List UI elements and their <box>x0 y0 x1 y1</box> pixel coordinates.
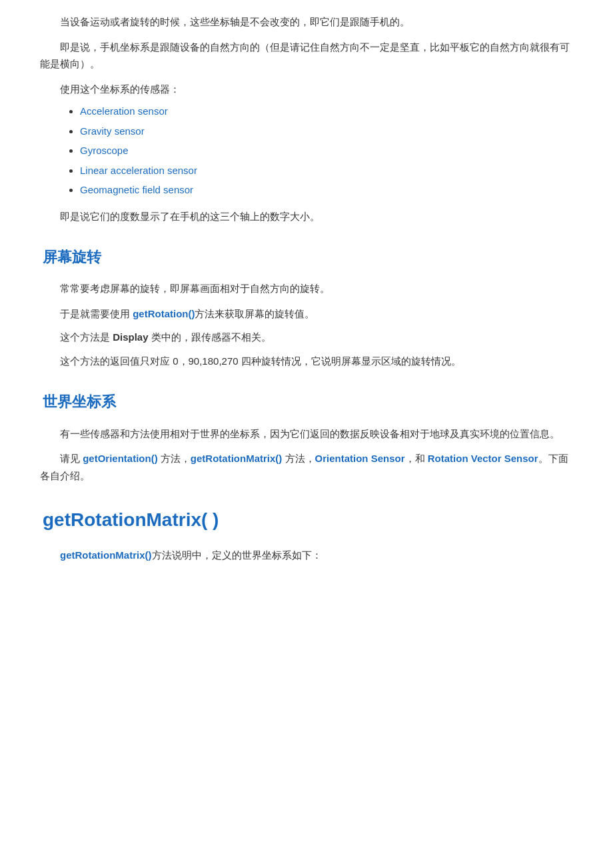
get-rotation-matrix-method[interactable]: getRotationMatrix() <box>60 549 152 561</box>
get-rotation-link[interactable]: getRotation() <box>133 308 195 319</box>
get-rotation-matrix-para1: getRotationMatrix()方法说明中，定义的世界坐标系如下： <box>40 547 573 564</box>
para2-mid3: ，和 <box>405 453 428 464</box>
intro-para1: 当设备运动或者旋转的时候，这些坐标轴是不会改变的，即它们是跟随手机的。 <box>40 13 573 31</box>
screen-rotation-para2: 于是就需要使用 getRotation()方法来获取屏幕的旋转值。 <box>40 305 573 323</box>
screen-rotation-section: 屏幕旋转 常常要考虑屏幕的旋转，即屏幕画面相对于自然方向的旋转。 于是就需要使用… <box>40 245 573 369</box>
para2-suffix: 方法来获取屏幕的旋转值。 <box>195 308 314 319</box>
sensor-list: Acceleration sensor Gravity sensor Gyros… <box>80 103 573 199</box>
intro-para2: 即是说，手机坐标系是跟随设备的自然方向的（但是请记住自然方向不一定是坚直，比如平… <box>40 39 573 73</box>
list-item: Gravity sensor <box>80 123 573 140</box>
list-item: Gyroscope <box>80 142 573 159</box>
list-item: Linear acceleration sensor <box>80 162 573 179</box>
intro-summary: 即是说它们的度数显示了在手机的这三个轴上的数字大小。 <box>40 208 573 225</box>
geomagnetic-field-sensor-link[interactable]: Geomagnetic field sensor <box>80 184 193 195</box>
acceleration-sensor-link[interactable]: Acceleration sensor <box>80 105 168 117</box>
get-orientation-link[interactable]: getOrientation() <box>83 453 158 464</box>
world-coordinate-section: 世界坐标系 有一些传感器和方法使用相对于世界的坐标系，因为它们返回的数据反映设备… <box>40 389 573 484</box>
para3-prefix: 这个方法是 <box>60 331 113 343</box>
display-class: Display <box>113 331 148 343</box>
linear-acceleration-sensor-link[interactable]: Linear acceleration sensor <box>80 165 197 176</box>
get-rotation-matrix-section: getRotationMatrix( ) getRotationMatrix()… <box>40 504 573 563</box>
screen-rotation-title: 屏幕旋转 <box>40 245 573 269</box>
world-coordinate-title: 世界坐标系 <box>40 389 573 414</box>
screen-rotation-para4: 这个方法的返回值只对应 0，90,180,270 四种旋转情况，它说明屏幕显示区… <box>40 353 573 370</box>
orientation-sensor-link[interactable]: Orientation Sensor <box>315 453 405 464</box>
para3-suffix: 类中的，跟传感器不相关。 <box>149 331 271 343</box>
get-rotation-matrix-link[interactable]: getRotationMatrix() <box>191 453 283 464</box>
get-rotation-matrix-title: getRotationMatrix( ) <box>40 504 573 536</box>
gravity-sensor-link[interactable]: Gravity sensor <box>80 125 145 137</box>
screen-rotation-para1: 常常要考虑屏幕的旋转，即屏幕画面相对于自然方向的旋转。 <box>40 280 573 297</box>
para2-mid2: 方法， <box>282 453 314 464</box>
list-item: Geomagnetic field sensor <box>80 181 573 199</box>
para2-mid1: 方法， <box>158 453 191 464</box>
list-item: Acceleration sensor <box>80 103 573 120</box>
world-coordinate-para1: 有一些传感器和方法使用相对于世界的坐标系，因为它们返回的数据反映设备相对于地球及… <box>40 425 573 443</box>
world-coordinate-para2: 请见 getOrientation() 方法，getRotationMatrix… <box>40 450 573 484</box>
intro-section: 当设备运动或者旋转的时候，这些坐标轴是不会改变的，即它们是跟随手机的。 即是说，… <box>40 13 573 225</box>
get-rotation-matrix-suffix: 方法说明中，定义的世界坐标系如下： <box>152 549 322 561</box>
screen-rotation-para3: 这个方法是 Display 类中的，跟传感器不相关。 <box>40 329 573 346</box>
rotation-vector-sensor-link[interactable]: Rotation Vector Sensor <box>428 453 538 464</box>
para2-prefix: 请见 <box>60 453 83 464</box>
para2-prefix: 于是就需要使用 <box>60 308 133 319</box>
gyroscope-link[interactable]: Gyroscope <box>80 145 129 156</box>
intro-label: 使用这个坐标系的传感器： <box>40 81 573 98</box>
